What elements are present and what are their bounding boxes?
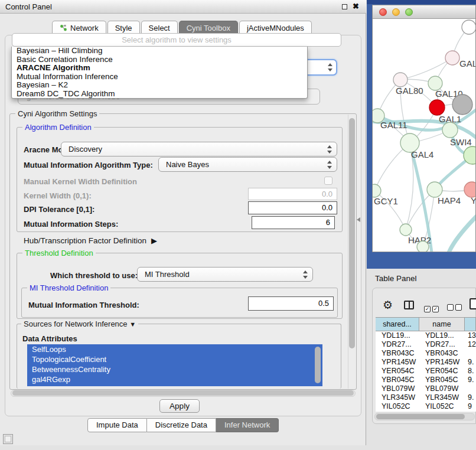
aracne-mode-combo[interactable]: Discovery [61,142,337,156]
table-cell[interactable]: 9. [465,376,476,384]
table-cell[interactable]: YPR145W [376,358,419,367]
control-panel-title: Control Panel [5,2,52,11]
bottom-tabs: Impute Data Discretize Data Infer Networ… [87,418,279,432]
algorithm-select-combo[interactable]: Select algorithm to view settings [12,33,341,47]
network-node-GAL1[interactable] [429,100,445,115]
close-icon[interactable]: ✖ [353,2,359,11]
manual-kernel-checkbox[interactable] [324,177,332,185]
algorithm-option[interactable]: Bayesian – Hill Climbing [12,47,307,56]
data-attribute-item-selected[interactable]: SelfLoops [27,344,322,354]
network-node[interactable] [452,94,472,115]
network-edge[interactable] [400,58,452,80]
algorithm-option[interactable]: Bayesian – K2 [12,81,307,90]
table-cell[interactable]: 13 [465,331,476,340]
panel-sash-grip[interactable] [357,217,360,222]
table-cell[interactable]: YDL19... [419,331,465,340]
mi-type-combo[interactable]: Naive Bayes [158,157,337,172]
algorithm-option[interactable]: Basic Correlation Inference [12,56,307,64]
float-window-icon[interactable] [342,4,347,9]
deselect-all-columns-icon[interactable] [447,302,464,313]
network-node[interactable] [462,20,475,34]
table-row[interactable]: YDL19...YDL19...13 [376,331,476,340]
table-row[interactable]: YPR145WYPR145W9. [376,358,476,367]
dpi-tolerance-field[interactable]: 0.0 [248,201,337,214]
table-cell[interactable]: YBL079W [376,384,419,393]
tab-infer-network[interactable]: Infer Network [216,418,279,432]
gear-icon[interactable]: ⚙ [383,298,393,312]
table-cell[interactable]: YDR27... [376,340,419,349]
network-node-GAL[interactable] [445,51,459,65]
table-cell[interactable]: 8. [465,367,476,376]
mac-close-button[interactable] [379,8,387,16]
tab-impute-data[interactable]: Impute Data [87,418,147,432]
unchecked-box-icon [447,304,454,311]
sources-title-text: Sources for Network Inference [24,319,128,328]
table-cell[interactable]: YBR045C [419,376,465,384]
data-attribute-item-selected[interactable]: gal4RGexp [27,374,322,384]
collapse-down-icon: ▼ [129,321,136,328]
tab-discretize-data[interactable]: Discretize Data [147,418,216,432]
dock-panel-icon-inner [5,436,11,442]
table-row[interactable]: YER054CYER054C8. [376,367,476,376]
table-cell[interactable]: YER054C [376,367,419,376]
kernel-width-field[interactable]: 0.0 [248,188,337,200]
table-cell[interactable]: YLR345W [376,393,419,402]
table-row[interactable]: YDR27...YDR27...12 [376,340,476,349]
table-cell[interactable] [465,384,476,393]
table-cell[interactable]: YBL079W [419,384,465,393]
table-row[interactable]: YBR043CYBR043C [376,349,476,358]
table-hscrollbar-thumb[interactable] [376,414,465,419]
network-node-label: GAL11 [380,120,407,130]
column-header-shared[interactable]: shared... [376,317,419,331]
table-cell[interactable]: 9 [465,402,476,411]
mi-steps-field[interactable]: 6 [252,216,335,229]
mi-threshold-field[interactable]: 0.5 [248,296,334,311]
table-cell[interactable]: 12 [465,340,476,349]
data-attribute-item-selected[interactable]: BetweennessCentrality [27,364,322,374]
table-cell[interactable]: 9. [465,358,476,367]
table-cell[interactable]: YER054C [419,367,465,376]
table-cell[interactable]: YBR043C [419,349,465,358]
aracne-mode-value: Discovery [69,145,102,154]
table-cell[interactable] [465,349,476,358]
network-node-GAL80[interactable] [393,73,407,87]
network-node[interactable] [417,241,429,252]
table-cell[interactable]: YPR145W [419,358,465,367]
table-cell[interactable]: YDL19... [376,331,419,340]
data-attribute-item-selected[interactable]: TopologicalCoefficient [27,354,322,364]
table-cell[interactable]: 9. [465,393,476,402]
table-row[interactable]: YBR045CYBR045C9. [376,376,476,384]
mac-minimize-button[interactable] [392,8,400,16]
table-cell[interactable]: YBR043C [376,349,419,358]
settings-vscrollbar-thumb[interactable] [349,118,355,348]
table-cell[interactable]: YDR27... [419,340,465,349]
network-node-label: HAP4 [438,195,461,206]
table-cell[interactable]: YLR345W [419,393,465,402]
attributes-vscrollbar-thumb[interactable] [315,347,321,383]
network-node-SWI4[interactable] [442,122,458,138]
algorithm-option[interactable]: ARACNE Algorithm [12,64,307,73]
split-columns-icon[interactable] [404,301,414,309]
table-cell[interactable]: YIL052C [419,402,465,411]
which-threshold-combo[interactable]: MI Threshold [137,267,313,282]
table-cell[interactable]: YIL052C [376,402,419,411]
apply-button[interactable]: Apply [159,399,200,413]
column-header-clipped[interactable] [465,317,476,331]
table-row[interactable]: YLR345WYLR345W9. [376,393,476,402]
sources-group-title[interactable]: Sources for Network Inference ▼ [21,319,138,328]
algorithm-option[interactable]: Mutual Information Inference [12,73,307,81]
hub-definition-expander[interactable]: Hub/Transcription Factor Definition▶ [24,236,157,245]
network-canvas[interactable]: GALGAL80GAL10GAL1GAL11SWI4GAL4GCY1HAP4YH… [373,19,475,252]
network-node-HAP2[interactable] [400,224,412,236]
settings-hscrollbar-thumb[interactable] [12,390,354,396]
mac-zoom-button[interactable] [405,8,413,16]
dock-panel-icon[interactable] [3,434,13,444]
network-edge-thick[interactable] [448,214,475,252]
algorithm-option[interactable]: Dream8 DC_TDC Algorithm [12,90,307,99]
export-table-icon[interactable] [470,298,476,309]
table-cell[interactable]: YBR045C [376,376,419,384]
select-all-columns-icon[interactable]: ✓✓ [424,302,441,313]
table-row[interactable]: YBL079WYBL079W [376,384,476,393]
table-row[interactable]: YIL052CYIL052C9 [376,402,476,411]
column-header-name[interactable]: name [419,317,465,331]
